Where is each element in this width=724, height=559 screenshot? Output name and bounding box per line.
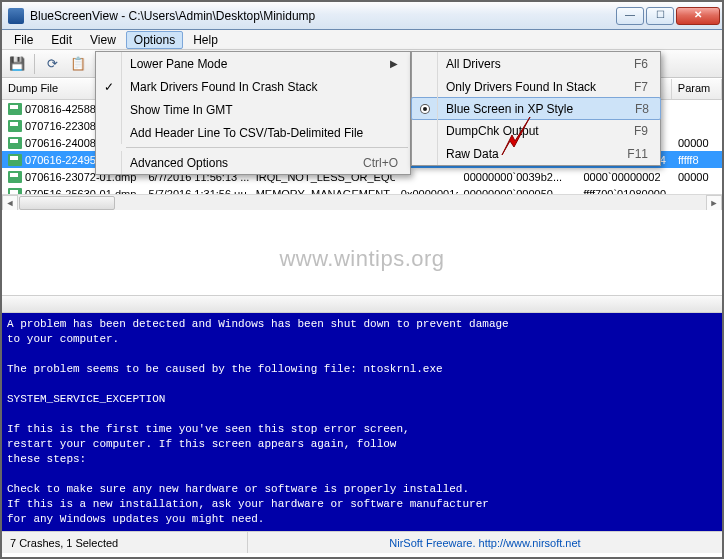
cell: fffff8: [672, 154, 722, 166]
refresh-icon[interactable]: ⟳: [41, 53, 63, 75]
properties-icon[interactable]: 📋: [67, 53, 89, 75]
menu-view[interactable]: View: [82, 31, 124, 49]
dump-file-icon: [8, 103, 22, 115]
statusbar: 7 Crashes, 1 Selected NirSoft Freeware. …: [2, 531, 722, 553]
submenu-label: Raw Data: [446, 147, 599, 161]
save-icon[interactable]: 💾: [6, 53, 28, 75]
lower-pane-submenu: All DriversF6Only Drivers Found In Stack…: [411, 51, 661, 166]
toolbar-separator: [34, 54, 35, 74]
submenu-accel: F6: [634, 57, 648, 71]
scroll-left-icon[interactable]: ◄: [2, 195, 18, 211]
cell: 00000: [672, 137, 722, 149]
check-icon: ✓: [104, 80, 114, 94]
scroll-right-icon[interactable]: ►: [706, 195, 722, 211]
menu-mark-drivers[interactable]: ✓Mark Drivers Found In Crash Stack: [96, 75, 410, 98]
horizontal-scrollbar[interactable]: ◄ ►: [2, 194, 722, 210]
submenu-item[interactable]: Only Drivers Found In StackF7: [412, 75, 660, 98]
cell: 00000: [672, 171, 722, 183]
menu-file[interactable]: File: [6, 31, 41, 49]
submenu-label: Only Drivers Found In Stack: [446, 80, 606, 94]
menu-add-header[interactable]: Add Header Line To CSV/Tab-Delimited Fil…: [96, 121, 410, 144]
titlebar: BlueScreenView - C:\Users\Admin\Desktop\…: [2, 2, 722, 30]
submenu-accel: F7: [634, 80, 648, 94]
dump-file-icon: [8, 171, 22, 183]
scroll-thumb[interactable]: [19, 196, 115, 210]
pane-splitter[interactable]: [2, 295, 722, 313]
watermark-text: www.wintips.org: [2, 246, 722, 272]
submenu-item[interactable]: All DriversF6: [412, 52, 660, 75]
col-param3[interactable]: Param: [672, 79, 722, 99]
dump-file-icon: [8, 154, 22, 166]
submenu-item[interactable]: Blue Screen in XP StyleF8: [411, 97, 661, 120]
cell: 00000000`0039b2...: [458, 171, 578, 183]
submenu-label: All Drivers: [446, 57, 606, 71]
maximize-button[interactable]: ☐: [646, 7, 674, 25]
app-icon: [8, 8, 24, 24]
radio-dot-icon: [421, 105, 429, 113]
menu-advanced-options[interactable]: Advanced OptionsCtrl+O: [96, 151, 410, 174]
menu-separator: [126, 147, 408, 148]
menu-options[interactable]: Options: [126, 31, 183, 49]
submenu-accel: F9: [634, 124, 648, 138]
submenu-arrow-icon: ▶: [390, 58, 398, 69]
menu-show-gmt[interactable]: Show Time In GMT: [96, 98, 410, 121]
submenu-accel: F8: [635, 102, 649, 116]
menu-help[interactable]: Help: [185, 31, 226, 49]
status-count: 7 Crashes, 1 Selected: [2, 532, 248, 553]
status-link[interactable]: NirSoft Freeware. http://www.nirsoft.net: [248, 532, 722, 553]
menubar: File Edit View Options Help: [2, 30, 722, 50]
submenu-item[interactable]: DumpChk OutputF9: [412, 119, 660, 142]
menu-edit[interactable]: Edit: [43, 31, 80, 49]
submenu-accel: F11: [627, 147, 648, 161]
submenu-label: DumpChk Output: [446, 124, 606, 138]
dump-file-icon: [8, 120, 22, 132]
close-button[interactable]: ✕: [676, 7, 720, 25]
cell: 0000`00000002: [577, 171, 671, 183]
options-dropdown: Lower Pane Mode▶ ✓Mark Drivers Found In …: [95, 51, 411, 175]
submenu-label: Blue Screen in XP Style: [446, 102, 607, 116]
submenu-item[interactable]: Raw DataF11: [412, 142, 660, 165]
minimize-button[interactable]: —: [616, 7, 644, 25]
lower-pane-bsod: A problem has been detected and Windows …: [2, 313, 722, 531]
dump-file-icon: [8, 137, 22, 149]
menu-lower-pane-mode[interactable]: Lower Pane Mode▶: [96, 52, 410, 75]
window-title: BlueScreenView - C:\Users\Admin\Desktop\…: [30, 9, 616, 23]
